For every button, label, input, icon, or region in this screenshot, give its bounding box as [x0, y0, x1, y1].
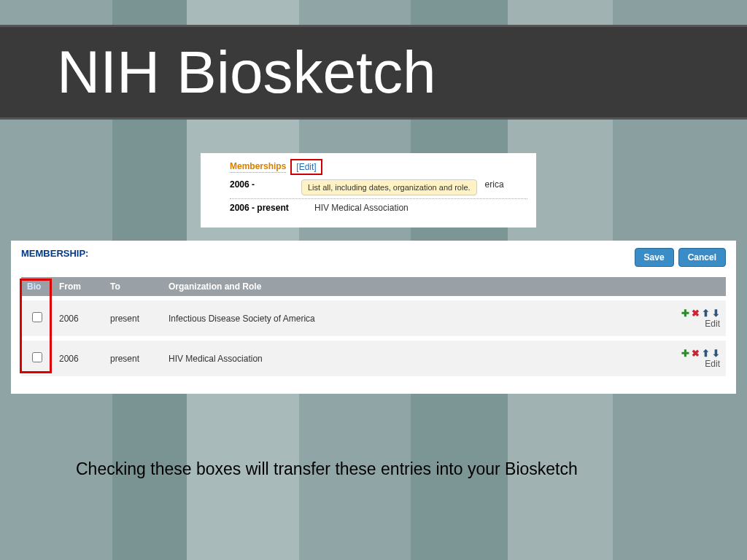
table-header-row: Bio From To Organization and Role: [21, 277, 726, 296]
membership-table: Bio From To Organization and Role 2006 p…: [21, 273, 726, 381]
add-icon[interactable]: ✚: [681, 348, 689, 359]
memberships-heading: Memberships: [230, 161, 286, 173]
row-org-partial: erica: [485, 179, 504, 190]
tooltip: List all, including dates, organization …: [301, 179, 477, 195]
row-actions: ✚ ✖ ⬆ ⬇: [681, 348, 720, 359]
caption-text: Checking these boxes will transfer these…: [76, 459, 703, 479]
down-icon[interactable]: ⬇: [712, 308, 720, 319]
col-to: To: [104, 277, 163, 296]
page-title: NIH Biosketch: [57, 38, 436, 106]
bio-checkbox[interactable]: [32, 312, 42, 322]
title-bar: NIH Biosketch: [0, 25, 747, 120]
divider: [230, 198, 527, 199]
cell-from: 2006: [53, 341, 104, 376]
down-icon[interactable]: ⬇: [712, 348, 720, 359]
up-icon[interactable]: ⬆: [702, 348, 710, 359]
edit-link[interactable]: [Edit]: [290, 159, 322, 175]
cell-to: present: [104, 300, 163, 336]
bio-checkbox[interactable]: [32, 352, 42, 362]
col-bio: Bio: [21, 277, 53, 296]
table-row: 2006 present HIV Medical Association ✚ ✖…: [21, 341, 726, 376]
membership-edit-panel: MEMBERSHIP: Save Cancel Bio From To Orga…: [11, 241, 736, 394]
table-row: 2006 present Infectious Disease Society …: [21, 300, 726, 336]
cell-from: 2006: [53, 300, 104, 336]
row-dates: 2006 - present: [230, 203, 307, 213]
row-actions: ✚ ✖ ⬆ ⬇: [681, 308, 720, 319]
add-icon[interactable]: ✚: [681, 308, 689, 319]
save-button[interactable]: Save: [635, 248, 674, 267]
edit-row-link[interactable]: Edit: [660, 359, 720, 369]
col-org: Organization and Role: [163, 277, 654, 296]
cancel-button[interactable]: Cancel: [678, 248, 726, 267]
edit-row-link[interactable]: Edit: [660, 319, 720, 329]
cell-to: present: [104, 341, 163, 376]
delete-icon[interactable]: ✖: [692, 348, 700, 359]
col-actions: [654, 277, 726, 296]
membership-heading: MEMBERSHIP:: [21, 248, 88, 259]
row-dates: 2006 -: [230, 179, 294, 190]
delete-icon[interactable]: ✖: [692, 308, 700, 319]
cell-org: Infectious Disease Society of America: [163, 300, 654, 336]
up-icon[interactable]: ⬆: [702, 308, 710, 319]
cell-org: HIV Medical Association: [163, 341, 654, 376]
memberships-preview-panel: Memberships [Edit] 2006 - List all, incl…: [201, 153, 536, 228]
col-from: From: [53, 277, 104, 296]
row-org: HIV Medical Association: [314, 203, 409, 213]
